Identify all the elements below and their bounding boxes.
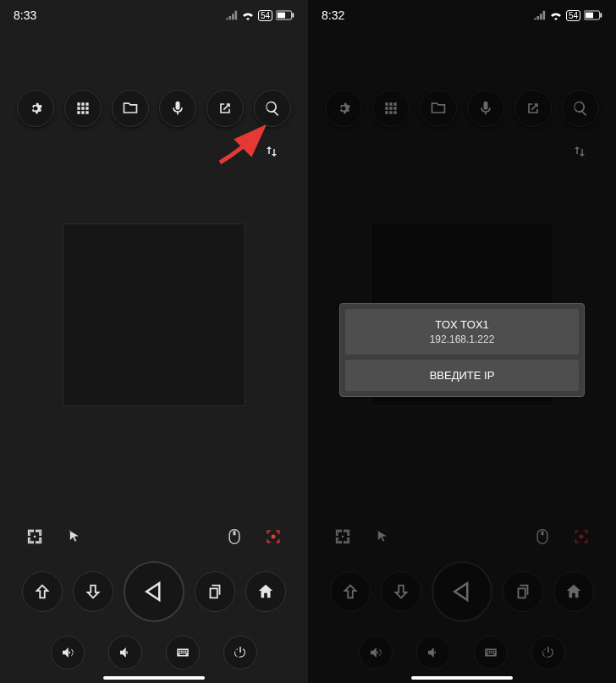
copy-icon xyxy=(206,582,224,601)
status-bar: 8:33 54 xyxy=(0,0,308,30)
home-indicator[interactable] xyxy=(411,676,513,680)
gear-icon xyxy=(335,100,352,117)
gear-icon xyxy=(27,100,44,117)
home-icon xyxy=(256,582,275,601)
capture-icon xyxy=(265,528,282,545)
apps-button[interactable] xyxy=(372,90,410,127)
enter-ip-label: ВВЕДИТЕ IP xyxy=(430,369,495,382)
mouse-button[interactable] xyxy=(530,524,555,549)
device-picker-modal: TOX TOX1 192.168.1.222 ВВЕДИТЕ IP xyxy=(339,303,585,397)
mic-icon xyxy=(169,100,186,117)
capture-button[interactable] xyxy=(569,524,594,549)
arrow-down-button[interactable] xyxy=(73,571,113,612)
settings-button[interactable] xyxy=(17,90,54,127)
home-button[interactable] xyxy=(553,571,594,612)
cursor-icon xyxy=(373,528,390,545)
svg-rect-2 xyxy=(292,13,294,17)
volume-down-icon xyxy=(118,645,133,660)
keyboard-button[interactable] xyxy=(474,636,508,669)
power-icon xyxy=(233,645,248,660)
phone-left: 8:33 54 xyxy=(0,0,308,683)
arrow-up-button[interactable] xyxy=(330,571,371,612)
svg-rect-7 xyxy=(600,13,602,17)
fullscreen-button[interactable] xyxy=(330,524,355,549)
back-button[interactable] xyxy=(124,561,184,622)
mic-button[interactable] xyxy=(467,90,504,127)
keyboard-button[interactable] xyxy=(166,636,200,669)
apps-button[interactable] xyxy=(64,90,102,127)
power-button[interactable] xyxy=(223,636,257,669)
touchpad-area[interactable] xyxy=(63,223,245,406)
copy-button[interactable] xyxy=(503,571,543,612)
open-external-button[interactable] xyxy=(514,90,552,127)
capture-button[interactable] xyxy=(261,524,286,549)
bottom-row xyxy=(308,627,616,683)
nav-cluster xyxy=(308,556,616,627)
keyboard-icon xyxy=(175,645,190,660)
copy-icon xyxy=(514,582,532,601)
copy-button[interactable] xyxy=(195,571,235,612)
back-button[interactable] xyxy=(432,561,492,622)
files-button[interactable] xyxy=(112,90,149,127)
power-icon xyxy=(541,645,556,660)
signal-icon xyxy=(534,10,546,20)
battery-pct: 54 xyxy=(258,10,272,21)
search-icon xyxy=(572,100,589,117)
nav-cluster xyxy=(0,556,308,627)
battery-pct: 54 xyxy=(566,10,580,21)
fullscreen-button[interactable] xyxy=(22,524,47,549)
svg-point-4 xyxy=(272,535,276,539)
cursor-button[interactable] xyxy=(61,524,86,549)
home-indicator[interactable] xyxy=(103,676,205,680)
mode-row xyxy=(308,524,616,556)
status-indicators: 54 xyxy=(226,10,294,21)
top-toolbar xyxy=(308,90,616,127)
arrow-down-icon xyxy=(392,582,410,601)
mic-icon xyxy=(477,100,494,117)
arrow-down-button[interactable] xyxy=(381,571,421,612)
arrow-up-button[interactable] xyxy=(22,571,63,612)
battery-icon xyxy=(276,10,294,20)
volume-up-button[interactable] xyxy=(51,636,85,669)
keyboard-icon xyxy=(483,645,498,660)
svg-point-9 xyxy=(580,535,584,539)
folder-icon xyxy=(430,100,447,117)
phone-right: 8:32 54 xyxy=(308,0,616,683)
volume-down-icon xyxy=(426,645,441,660)
sort-button[interactable] xyxy=(567,139,592,164)
home-button[interactable] xyxy=(245,571,286,612)
fullscreen-icon xyxy=(26,528,43,545)
files-button[interactable] xyxy=(420,90,457,127)
volume-up-icon xyxy=(368,645,383,660)
volume-up-button[interactable] xyxy=(359,636,393,669)
battery-icon xyxy=(584,10,602,20)
device-option[interactable]: TOX TOX1 192.168.1.222 xyxy=(345,309,579,355)
top-toolbar xyxy=(0,90,308,127)
home-icon xyxy=(564,582,583,601)
power-button[interactable] xyxy=(531,636,565,669)
sort-icon xyxy=(264,144,279,159)
search-button[interactable] xyxy=(562,90,599,127)
cursor-button[interactable] xyxy=(369,524,394,549)
search-button[interactable] xyxy=(254,90,291,127)
search-icon xyxy=(264,100,281,117)
sort-button[interactable] xyxy=(259,139,284,164)
svg-rect-6 xyxy=(586,13,593,19)
signal-icon xyxy=(226,10,238,20)
open-external-icon xyxy=(217,100,234,117)
volume-down-button[interactable] xyxy=(108,636,142,669)
wifi-icon xyxy=(549,10,563,20)
volume-up-icon xyxy=(60,645,75,660)
settings-button[interactable] xyxy=(325,90,362,127)
open-external-button[interactable] xyxy=(206,90,244,127)
status-bar: 8:32 54 xyxy=(308,0,616,30)
arrow-down-icon xyxy=(84,582,102,601)
arrow-up-icon xyxy=(341,582,360,601)
mouse-button[interactable] xyxy=(222,524,247,549)
status-time: 8:33 xyxy=(14,8,36,22)
status-indicators: 54 xyxy=(534,10,602,21)
volume-down-button[interactable] xyxy=(416,636,450,669)
back-triangle-icon xyxy=(141,579,167,604)
mic-button[interactable] xyxy=(159,90,196,127)
enter-ip-option[interactable]: ВВЕДИТЕ IP xyxy=(345,360,579,392)
